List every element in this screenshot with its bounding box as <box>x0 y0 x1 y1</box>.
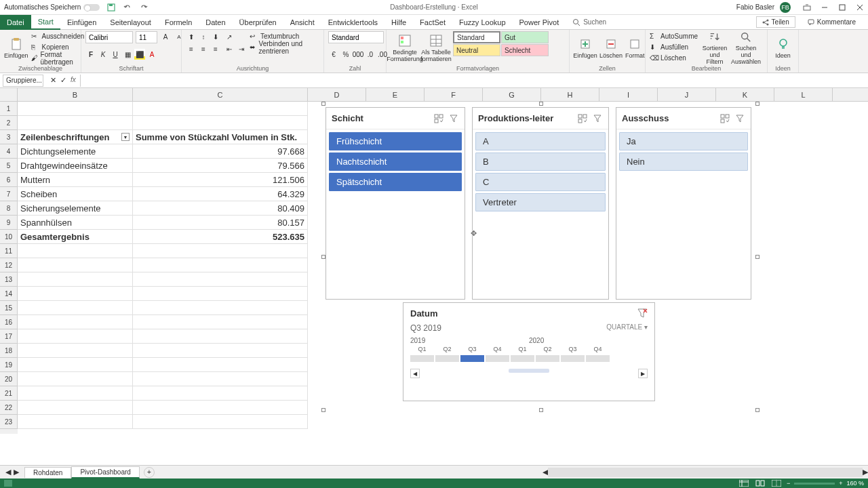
minimize-icon[interactable] <box>821 3 829 12</box>
row-header[interactable]: 6 <box>0 173 18 187</box>
cell[interactable] <box>18 358 133 372</box>
row-header[interactable]: 10 <box>0 230 18 244</box>
save-icon[interactable] <box>106 3 116 12</box>
paste-button[interactable]: Einfügen <box>4 31 28 65</box>
slicer-produktionsleiter[interactable]: Produktions-leiter A B C Vertreter <box>472 107 609 300</box>
font-color-button[interactable]: A <box>146 49 157 60</box>
row-header[interactable]: 13 <box>0 272 18 287</box>
cell[interactable] <box>133 358 308 372</box>
tab-entwicklertools[interactable]: Entwicklertools <box>321 15 384 30</box>
tab-hilfe[interactable]: Hilfe <box>384 15 413 30</box>
sheet-tab-pivot-dashboard[interactable]: Pivot-Dashboard <box>71 466 139 479</box>
font-size-select[interactable] <box>136 31 157 43</box>
format-painter-button[interactable]: 🖌Format übertragen <box>31 53 85 63</box>
pivot-value-header[interactable]: Summe von Stückzahl Volumen in Stk. <box>133 130 308 144</box>
col-header-h[interactable]: H <box>541 88 599 101</box>
hscroll-right-icon[interactable]: ▶ <box>863 468 868 477</box>
timeline-prev-icon[interactable]: ◀ <box>410 369 420 378</box>
align-top-icon[interactable]: ⬆ <box>186 31 197 42</box>
style-standard[interactable]: Standard <box>453 31 500 43</box>
row-header[interactable]: 5 <box>0 159 18 173</box>
pivot-total-label[interactable]: Gesamtergebnis <box>18 230 133 244</box>
tab-factset[interactable]: FactSet <box>413 15 452 30</box>
row-header[interactable]: 7 <box>0 187 18 201</box>
clear-filter-icon[interactable] <box>734 113 745 124</box>
close-icon[interactable] <box>856 3 864 12</box>
format-cells-button[interactable]: Format <box>625 31 645 65</box>
row-header[interactable]: 17 <box>0 329 18 344</box>
col-header-j[interactable]: J <box>658 88 716 101</box>
cell[interactable] <box>18 116 133 130</box>
col-header-c[interactable]: C <box>133 88 308 101</box>
hscroll-left-icon[interactable]: ◀ <box>542 468 548 477</box>
tab-formeln[interactable]: Formeln <box>158 15 199 30</box>
accept-formula-icon[interactable]: ✓ <box>60 76 66 85</box>
ideas-button[interactable]: Ideen <box>772 31 794 65</box>
comments-button[interactable]: Kommentare <box>802 17 861 27</box>
add-sheet-button[interactable]: + <box>144 467 155 478</box>
pivot-row[interactable]: Muttern <box>18 173 133 187</box>
slicer-item[interactable]: Spätschicht <box>329 173 462 191</box>
cell[interactable] <box>18 287 133 301</box>
cell[interactable] <box>133 258 308 272</box>
cell[interactable] <box>18 372 133 386</box>
tab-ueberpruefen[interactable]: Überprüfen <box>233 15 283 30</box>
timeline-bar[interactable] <box>586 355 610 362</box>
selection-handle[interactable] <box>321 408 326 412</box>
slicer-item[interactable]: Vertreter <box>475 193 606 211</box>
sort-filter-button[interactable]: Sortieren und Filtern <box>701 31 729 65</box>
row-header[interactable]: 12 <box>0 258 18 272</box>
pivot-row[interactable]: Scheiben <box>18 187 133 201</box>
clear-timeline-icon[interactable] <box>637 308 648 319</box>
selection-handle[interactable] <box>321 102 326 106</box>
sheet-nav-prev-icon[interactable]: ◀ <box>5 468 11 476</box>
cell[interactable] <box>18 102 133 116</box>
ribbon-options-icon[interactable] <box>803 3 811 12</box>
pivot-value[interactable]: 80.157 <box>133 216 308 230</box>
normal-view-icon[interactable] <box>738 479 750 487</box>
share-button[interactable]: Teilen <box>756 16 795 28</box>
tab-fuzzylookup[interactable]: Fuzzy Lookup <box>452 15 512 30</box>
cell[interactable] <box>18 272 133 287</box>
col-header-e[interactable]: E <box>366 88 425 101</box>
cell[interactable] <box>133 329 308 344</box>
undo-icon[interactable] <box>123 3 132 12</box>
multiselect-icon[interactable] <box>433 113 444 124</box>
find-select-button[interactable]: Suchen und Auswählen <box>732 31 760 65</box>
cell[interactable] <box>133 372 308 386</box>
pivot-value[interactable]: 97.668 <box>133 144 308 159</box>
cut-button[interactable]: ✂Ausschneiden <box>31 31 85 41</box>
tab-file[interactable]: Datei <box>0 15 31 30</box>
tab-einfuegen[interactable]: Einfügen <box>60 15 103 30</box>
insert-cells-button[interactable]: Einfügen <box>574 31 597 65</box>
timeline-bar[interactable] <box>511 355 534 362</box>
pivot-value[interactable]: 64.329 <box>133 187 308 201</box>
merge-button[interactable]: ⬌Verbinden und zentrieren <box>250 42 319 52</box>
orientation-icon[interactable]: ↗ <box>224 31 235 42</box>
tab-powerpivot[interactable]: Power Pivot <box>513 15 566 30</box>
delete-cells-button[interactable]: Löschen <box>599 31 623 65</box>
pivot-value[interactable]: 80.409 <box>133 201 308 216</box>
multiselect-icon[interactable] <box>577 113 588 124</box>
format-as-table-button[interactable]: Als Tabelle formatieren <box>422 31 450 65</box>
cancel-formula-icon[interactable]: ✕ <box>50 76 56 85</box>
zoom-level[interactable]: 160 % <box>846 480 864 487</box>
italic-button[interactable]: K <box>98 49 108 60</box>
cell[interactable] <box>18 386 133 401</box>
indent-increase-icon[interactable]: ⇥ <box>236 43 247 54</box>
cell[interactable] <box>133 102 308 116</box>
record-macro-icon[interactable] <box>4 480 12 487</box>
style-gut[interactable]: Gut <box>501 31 549 43</box>
sheet-nav-next-icon[interactable]: ▶ <box>14 468 19 476</box>
clear-button[interactable]: ⌫Löschen <box>650 53 698 63</box>
timeline-bar[interactable] <box>536 355 559 362</box>
zoom-slider[interactable] <box>794 483 835 485</box>
timeline-scrollbar[interactable] <box>509 369 549 373</box>
autosave-toggle[interactable] <box>83 4 100 11</box>
tab-seitenlayout[interactable]: Seitenlayout <box>103 15 158 30</box>
font-name-select[interactable] <box>85 31 133 43</box>
col-header-d[interactable]: D <box>308 88 366 101</box>
cell[interactable] <box>18 344 133 358</box>
align-left-icon[interactable]: ≡ <box>186 43 197 54</box>
slicer-item[interactable]: Ja <box>619 132 748 150</box>
